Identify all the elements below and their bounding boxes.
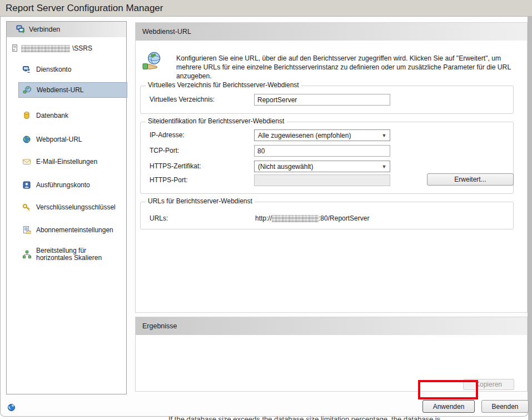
window-right-edge <box>528 17 532 420</box>
chevron-down-icon: ▼ <box>379 133 390 138</box>
sidebar-item-abonnementeinstellungen[interactable]: Abonnementeinstellungen <box>18 222 127 238</box>
results-header: Ergebnisse <box>136 317 527 335</box>
database-icon <box>22 111 31 120</box>
web-portal-url-icon <box>22 135 31 144</box>
chevron-down-icon: ▼ <box>379 164 390 169</box>
virtual-directory-input[interactable] <box>254 94 390 106</box>
sidebar-item-datenbank[interactable]: Datenbank <box>18 108 127 123</box>
advanced-button[interactable]: Erweitert... <box>427 173 514 186</box>
groupbox-title: Siteidentifikation für Berichtsserver-We… <box>146 118 286 125</box>
report-server-url-link[interactable]: http://:80/ReportServer <box>255 213 369 224</box>
encryption-key-icon <box>22 203 31 212</box>
sidebar: Verbinden \SSRS Dienstkonto Webdien <box>6 21 127 394</box>
sidebar-item-webportal-url[interactable]: Webportal-URL <box>18 132 127 147</box>
sidebar-item-label: Abonnementeinstellungen <box>36 227 113 234</box>
sidebar-item-label: Datenbank <box>36 112 68 119</box>
virtual-directory-label: Virtuelles Verzeichnis: <box>150 94 215 106</box>
sidebar-header-label: Verbinden <box>29 26 60 33</box>
service-account-icon <box>22 65 31 74</box>
https-certificate-label: HTTPS-Zertifikat: <box>150 161 201 172</box>
sidebar-item-dienstkonto[interactable]: Dienstkonto <box>18 62 127 77</box>
masked-hostname <box>272 215 319 222</box>
https-port-input <box>254 174 390 186</box>
email-settings-icon <box>22 157 31 166</box>
tcp-port-label: TCP-Port: <box>150 145 179 157</box>
panel-title: Webdienst-URL <box>142 28 191 36</box>
background-clipped-text: If the database size exceeds the databas… <box>168 415 532 420</box>
url-prefix: http:// <box>255 214 272 222</box>
urls-label: URLs: <box>150 213 168 224</box>
https-certificate-value: (Nicht ausgewählt) <box>258 163 313 171</box>
globe-hand-icon <box>142 51 163 73</box>
sidebar-item-label: Webportal-URL <box>36 136 82 143</box>
panel-description: Konfigurieren Sie eine URL, über die auf… <box>176 54 521 81</box>
sidebar-item-label: Dienstkonto <box>36 66 71 73</box>
status-globe-icon <box>7 403 16 413</box>
ip-address-value: Alle zugewiesenen (empfohlen) <box>258 132 351 139</box>
sidebar-item-ausfuehrungskonto[interactable]: Ausführungskonto <box>18 177 127 193</box>
results-title: Ergebnisse <box>142 322 177 330</box>
https-certificate-select[interactable]: (Nicht ausgewählt) ▼ <box>254 161 390 172</box>
scale-out-deployment-icon <box>22 250 31 259</box>
ip-address-label: IP-Adresse: <box>150 129 185 141</box>
dialog-body: Verbinden \SSRS Dienstkonto Webdien <box>0 17 528 417</box>
subscription-settings-icon <box>22 226 31 234</box>
server-icon <box>10 44 19 53</box>
exit-button[interactable]: Beenden <box>481 400 529 413</box>
sidebar-item-label: Bereitstellung für horizontales Skaliere… <box>36 247 124 262</box>
https-port-label: HTTPS-Port: <box>150 174 188 186</box>
web-service-url-icon <box>23 86 32 94</box>
apply-button[interactable]: Anwenden <box>422 400 475 413</box>
groupbox-title: URLs für Berichtsserver-Webdienst <box>146 198 255 205</box>
sidebar-item-verschluesselungsschluessel[interactable]: Verschlüsselungsschlüssel <box>18 199 127 215</box>
groupbox-title: Virtuelles Verzeichnis für Berichtsserve… <box>146 82 301 89</box>
url-suffix: :80/ReportServer <box>319 214 369 222</box>
sidebar-item-bereitstellung-skalieren[interactable]: Bereitstellung für horizontales Skaliere… <box>18 243 127 266</box>
sidebar-item-webdienst-url[interactable]: Webdienst-URL <box>18 82 127 98</box>
title-bar: Report Server Configuration Manager <box>0 0 532 17</box>
report-server-configuration-manager-window: Report Server Configuration Manager Verb… <box>0 0 532 420</box>
webservice-url-panel: Webdienst-URL Konfigurieren Sie eine URL… <box>135 22 528 313</box>
sidebar-item-label: Webdienst-URL <box>37 87 83 94</box>
annotation-highlight-red-box <box>418 380 478 399</box>
sidebar-item-label: Ausführungskonto <box>36 182 90 189</box>
sidebar-header-connect: Verbinden <box>7 22 126 37</box>
server-tree-node[interactable]: \SSRS <box>10 42 92 55</box>
sidebar-item-label: E-Mail-Einstellungen <box>36 158 97 166</box>
connect-computers-icon <box>16 25 25 34</box>
window-title: Report Server Configuration Manager <box>6 3 163 14</box>
sidebar-item-label: Verschlüsselungsschlüssel <box>36 204 116 211</box>
masked-server-name <box>21 45 70 52</box>
server-instance-suffix: \SSRS <box>72 44 92 52</box>
ip-address-select[interactable]: Alle zugewiesenen (empfohlen) ▼ <box>254 129 390 141</box>
tcp-port-input[interactable] <box>254 145 390 157</box>
panel-header: Webdienst-URL <box>136 23 527 41</box>
execution-account-icon <box>22 181 31 189</box>
sidebar-item-email-einstellungen[interactable]: E-Mail-Einstellungen <box>18 154 127 169</box>
